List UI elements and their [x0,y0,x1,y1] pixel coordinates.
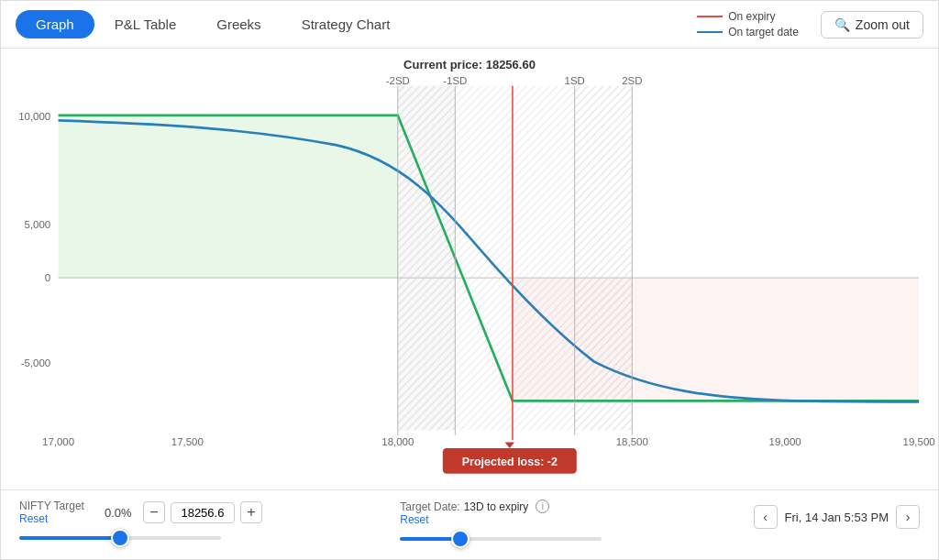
date-nav-group: ‹ Fri, 14 Jan 5:53 PM › [754,500,920,529]
svg-marker-29 [505,442,514,447]
svg-text:5,000: 5,000 [25,218,51,230]
nifty-target-label: NIFTY Target [19,500,84,512]
chart-area: Current price: 18256.60 [1,49,938,489]
svg-text:-5,000: -5,000 [21,357,51,368]
tab-pl-table[interactable]: P&L Table [94,10,197,38]
nifty-price-input[interactable] [171,502,235,523]
zoom-out-button[interactable]: 🔍 Zoom out [821,11,923,38]
tab-strategy-chart[interactable]: Strategy Chart [282,10,411,38]
nifty-reset-button[interactable]: Reset [19,512,84,525]
nifty-slider-fill [19,536,120,540]
chart-legend: On expiry On target date [697,10,799,38]
target-date-info-icon[interactable]: i [536,500,549,513]
date-display: Fri, 14 Jan 5:53 PM [785,511,889,524]
svg-text:18,500: 18,500 [616,435,649,447]
target-date-reset-button[interactable]: Reset [400,513,549,526]
svg-text:Projected loss: -2: Projected loss: -2 [462,456,558,468]
svg-text:19,500: 19,500 [903,435,936,447]
nifty-target-group: NIFTY Target Reset 0.0% − + [19,500,372,551]
zoom-icon: 🔍 [834,17,850,32]
target-date-value: 13D to expiry [464,500,529,513]
nifty-pct-value: 0.0% [105,506,138,520]
tab-graph[interactable]: Graph [16,10,94,38]
svg-text:19,000: 19,000 [769,435,802,447]
tab-bar: Graph P&L Table Greeks Strategy Chart On… [1,1,938,49]
nifty-increment-button[interactable]: + [240,501,262,523]
tab-greeks[interactable]: Greeks [196,10,281,38]
svg-text:1SD: 1SD [565,76,585,86]
svg-text:-1SD: -1SD [443,76,467,86]
svg-text:0: 0 [45,271,51,283]
next-date-button[interactable]: › [896,505,920,529]
svg-text:2SD: 2SD [622,76,642,86]
target-date-slider-thumb[interactable] [451,530,470,548]
chart-title: Current price: 18256.60 [403,58,536,71]
target-date-slider-track[interactable] [400,537,602,541]
svg-text:17,500: 17,500 [171,435,204,447]
svg-text:17,000: 17,000 [42,435,75,447]
legend-target-line [697,31,723,33]
svg-text:18,000: 18,000 [381,435,414,447]
nifty-slider-thumb[interactable] [111,529,129,547]
target-date-group: Target Date: 13D to expiry i Reset [400,500,753,552]
nifty-decrement-button[interactable]: − [143,501,165,523]
target-date-label: Target Date: [400,500,459,513]
legend-on-target: On target date [697,26,799,38]
chart-svg: 10,000 5,000 0 -5,000 17,000 17,500 18,0… [1,76,938,489]
prev-date-button[interactable]: ‹ [754,505,778,529]
date-nav-row: ‹ Fri, 14 Jan 5:53 PM › [754,505,920,529]
nifty-slider-track[interactable] [19,536,221,540]
legend-on-expiry: On expiry [697,10,799,23]
legend-expiry-line [697,16,723,17]
bottom-controls: NIFTY Target Reset 0.0% − + [1,489,938,559]
svg-text:-2SD: -2SD [386,76,410,86]
svg-text:10,000: 10,000 [18,110,51,122]
